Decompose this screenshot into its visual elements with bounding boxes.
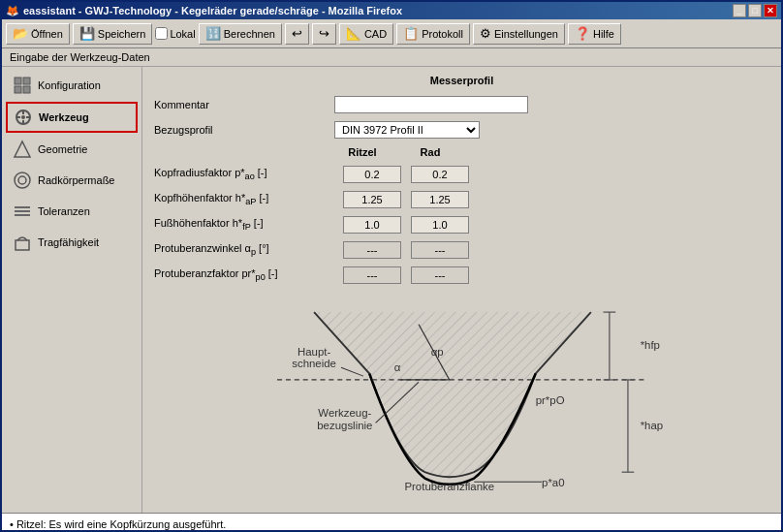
table-row-0: Kopfradiusfaktor p*ao [-] — [154, 166, 769, 183]
bezugsprofil-select[interactable]: DIN 3972 Profil I DIN 3972 Profil II DIN… — [334, 121, 480, 139]
sidebar-item-geometrie[interactable]: Geometrie — [6, 135, 138, 164]
redo-button[interactable] — [312, 23, 336, 45]
svg-point-11 — [15, 172, 30, 188]
protocol-button[interactable]: Protokoll — [396, 23, 470, 45]
svg-text:schneide: schneide — [292, 358, 336, 369]
sidebar-item-konfiguration[interactable]: Konfiguration — [6, 71, 138, 100]
tragfaehigkeit-label: Tragfähigkeit — [38, 236, 99, 248]
maximize-button[interactable]: □ — [748, 4, 762, 17]
kommentar-label: Kommentar — [154, 99, 329, 110]
row-1-ritzel-input[interactable] — [343, 191, 401, 208]
row-4-rad-input[interactable] — [411, 266, 469, 284]
svg-text:α: α — [394, 361, 401, 373]
konfiguration-icon — [13, 76, 32, 95]
row-2-rad-input[interactable] — [411, 216, 469, 234]
settings-button[interactable]: Einstellungen — [473, 23, 565, 45]
toolbar: Öffnen Speichern Lokal Berechnen CAD Pro… — [2, 19, 781, 48]
kommentar-input[interactable] — [334, 96, 528, 113]
title-bar: 🦊 eassistant - GWJ-Technology - Kegelräd… — [2, 2, 781, 19]
svg-text:bezugslinie: bezugslinie — [317, 420, 372, 431]
bezugsprofil-row: Bezugsprofil DIN 3972 Profil I DIN 3972 … — [154, 121, 769, 139]
section-title: Eingabe der Werkzeug-Daten — [2, 48, 781, 67]
row-4-label: Protuberanzfaktor pr*p0 [-] — [154, 267, 343, 282]
settings-icon — [480, 26, 491, 41]
svg-text:p*a0: p*a0 — [542, 477, 565, 488]
svg-text:Haupt-: Haupt- — [298, 346, 330, 358]
sidebar-item-toleranzen[interactable]: Toleranzen — [6, 197, 138, 226]
row-0-ritzel-input[interactable] — [343, 166, 401, 183]
table-header: Ritzel Rad — [329, 146, 769, 158]
protocol-icon — [403, 26, 419, 41]
close-button[interactable]: ✕ — [764, 4, 777, 17]
svg-text:αp: αp — [431, 346, 444, 358]
row-1-rad-input[interactable] — [411, 191, 469, 208]
svg-rect-15 — [15, 214, 30, 216]
main-area: Eingabe der Werkzeug-Daten Konfiguration… — [2, 48, 781, 532]
bezugsprofil-label: Bezugsprofil — [154, 124, 329, 136]
row-0-label: Kopfradiusfaktor p*ao [-] — [154, 167, 343, 181]
sidebar-item-werkzeug[interactable]: Werkzeug — [6, 102, 138, 133]
sidebar-item-radkoerper[interactable]: Radkörpermaße — [6, 166, 138, 195]
profile-diagram: Haupt- schneide Werkzeug- bezugslinie Pr… — [154, 292, 769, 505]
svg-rect-3 — [23, 86, 30, 93]
svg-text:*hfp: *hfp — [641, 339, 660, 351]
svg-text:*hap: *hap — [641, 420, 664, 431]
svg-line-39 — [341, 367, 363, 376]
row-4-ritzel-input[interactable] — [343, 266, 401, 284]
save-button[interactable]: Speichern — [73, 23, 153, 45]
open-button[interactable]: Öffnen — [6, 23, 70, 45]
werkzeug-label: Werkzeug — [39, 111, 89, 123]
status-text: • Ritzel: Es wird eine Kopfkürzung ausge… — [10, 518, 226, 530]
tragfaehigkeit-icon — [13, 233, 32, 252]
local-checkbox-group: Lokal — [155, 27, 195, 40]
save-icon — [79, 26, 95, 41]
row-3-label: Protuberanzwinkel αp [°] — [154, 242, 343, 257]
calc-icon — [205, 26, 221, 41]
svg-text:Werkzeug-: Werkzeug- — [318, 407, 371, 419]
row-2-ritzel-input[interactable] — [343, 216, 401, 234]
table-row-3: Protuberanzwinkel αp [°] — [154, 241, 769, 259]
col-rad-header: Rad — [396, 146, 464, 158]
col-ritzel-header: Ritzel — [329, 146, 396, 158]
open-icon — [13, 26, 28, 41]
svg-point-12 — [18, 176, 26, 184]
sidebar: Konfiguration Werkzeug Geometrie — [2, 67, 142, 513]
help-icon — [575, 26, 590, 41]
window-controls: _ □ ✕ — [733, 4, 777, 17]
minimize-button[interactable]: _ — [733, 4, 746, 17]
radkoerper-label: Radkörpermaße — [38, 174, 114, 186]
content-area: Konfiguration Werkzeug Geometrie — [2, 67, 781, 513]
svg-rect-16 — [16, 240, 29, 250]
kommentar-row: Kommentar — [154, 96, 769, 113]
svg-marker-10 — [15, 141, 30, 157]
svg-text:pr*pO: pr*pO — [536, 394, 565, 406]
row-0-rad-input[interactable] — [411, 166, 469, 183]
row-1-label: Kopfhöhenfaktor h*aP [-] — [154, 192, 343, 206]
window-icon: 🦊 — [6, 5, 19, 17]
local-checkbox[interactable] — [155, 27, 168, 40]
svg-point-5 — [21, 115, 25, 119]
svg-rect-2 — [15, 86, 21, 93]
cad-icon — [346, 26, 361, 41]
table-row-2: Fußhöhenfaktor h*fP [-] — [154, 216, 769, 234]
toleranzen-label: Toleranzen — [38, 205, 90, 217]
konfiguration-label: Konfiguration — [38, 79, 101, 91]
svg-rect-13 — [15, 206, 30, 208]
sidebar-item-tragfaehigkeit[interactable]: Tragfähigkeit — [6, 228, 138, 257]
row-3-rad-input[interactable] — [411, 241, 469, 259]
table-row-1: Kopfhöhenfaktor h*aP [-] — [154, 191, 769, 208]
cad-button[interactable]: CAD — [339, 23, 393, 45]
svg-rect-1 — [23, 78, 30, 84]
svg-text:Protuberanzflanke: Protuberanzflanke — [404, 481, 494, 492]
window-title: eassistant - GWJ-Technology - Kegelräder… — [23, 5, 402, 16]
redo-icon — [319, 26, 329, 41]
row-3-ritzel-input[interactable] — [343, 241, 401, 259]
svg-rect-0 — [15, 78, 21, 84]
help-button[interactable]: Hilfe — [568, 23, 621, 45]
radkoerper-icon — [13, 171, 32, 190]
calc-button[interactable]: Berechnen — [199, 23, 282, 45]
geometrie-label: Geometrie — [38, 143, 87, 155]
status-bar: • Ritzel: Es wird eine Kopfkürzung ausge… — [2, 513, 781, 532]
undo-button[interactable] — [285, 23, 309, 45]
werkzeug-icon — [14, 108, 33, 127]
